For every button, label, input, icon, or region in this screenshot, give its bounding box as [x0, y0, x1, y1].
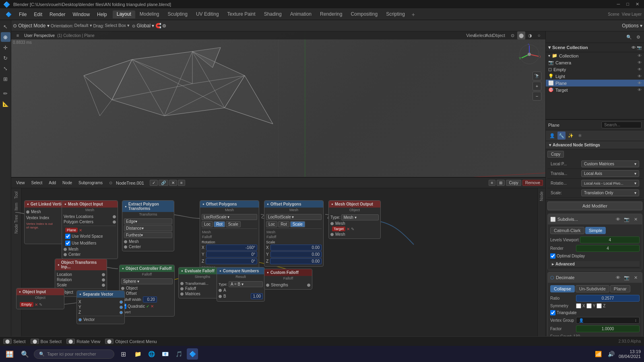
advanced-copy-btn[interactable]: Copy: [547, 151, 564, 158]
tool-measure[interactable]: 📐: [1, 99, 10, 109]
collection-item-light[interactable]: 💡 Light 👁: [546, 73, 644, 80]
ne-node-tree-label[interactable]: Node Tree: [14, 213, 19, 235]
decimate-render-btn[interactable]: 📷: [623, 274, 631, 282]
node-separate-vector[interactable]: ● Separate Vector X Y Z Vector: [76, 290, 125, 324]
custom-matrices-dropdown[interactable]: Custom Matrices ▾: [581, 160, 639, 167]
ne-menu-select[interactable]: Select: [29, 180, 45, 186]
ne-snap-btn[interactable]: ≡: [489, 180, 496, 186]
workspace-tab-sculpting[interactable]: Sculpting: [164, 10, 192, 19]
tool-scale[interactable]: ⤡: [1, 64, 10, 73]
tool-rotate[interactable]: ↻: [1, 53, 10, 63]
viewport-select-menu[interactable]: Select: [476, 31, 484, 39]
output-type-dropdown[interactable]: Mesh ▾: [341, 214, 379, 220]
node-canvas[interactable]: Tool Item Node Tree Node: [11, 188, 545, 346]
quadratic-remove[interactable]: ✕: [151, 304, 154, 309]
copy-button[interactable]: Copy: [506, 180, 521, 186]
workspace-tab-shading[interactable]: Shading: [260, 10, 286, 19]
menu-edit[interactable]: Edit: [31, 11, 45, 18]
collection-item-empty[interactable]: ◻ Empty 👁: [546, 66, 644, 73]
workspace-tab-animation[interactable]: Animation: [286, 10, 316, 19]
decimate-visibility-btn[interactable]: 👁: [614, 274, 622, 282]
zoom-in-button[interactable]: 🔭: [533, 72, 541, 80]
empty-eye[interactable]: 👁: [638, 67, 642, 72]
subdiv-visibility-btn[interactable]: 👁: [614, 215, 622, 223]
node-mesh-object-input[interactable]: ● Mesh Object Input Mesh Vertex Location…: [62, 200, 118, 259]
offset1-y-field[interactable]: 0°: [206, 251, 257, 257]
camera-render-icon[interactable]: 📷: [637, 45, 642, 50]
tool-cursor[interactable]: ⊕: [1, 32, 10, 42]
add-workspace-button[interactable]: +: [409, 10, 417, 19]
scene-collection-filter[interactable]: 🔍: [625, 33, 633, 41]
ne-right-node-label[interactable]: Node: [539, 190, 544, 203]
ne-link-btn[interactable]: 🔗: [159, 180, 168, 186]
mod-icon-modifier[interactable]: 🔧: [557, 132, 566, 140]
taskbar-icon-mail[interactable]: 📧: [159, 348, 171, 360]
node-object-input[interactable]: ● Object Input Object Empty ✕ ✎: [16, 288, 64, 309]
use-modifiers-checkbox[interactable]: [65, 241, 70, 246]
menu-file[interactable]: File: [16, 11, 30, 18]
mod-icon-object[interactable]: 👤: [548, 132, 556, 140]
workspace-tab-modeling[interactable]: Modeling: [136, 10, 163, 19]
node-offset-polygons-1[interactable]: ● Offset Polygons Mesh LocRotScale ▾ Loc: [200, 200, 259, 272]
falloff-sphere-dropdown[interactable]: Sphere ▾: [121, 278, 173, 284]
taskbar-icon-music[interactable]: 🎵: [173, 348, 184, 360]
tool-select[interactable]: ↖: [1, 22, 10, 31]
viewport-shading-solid[interactable]: ⬤: [517, 31, 525, 39]
offset1-loc-btn[interactable]: Loc: [202, 221, 213, 227]
offset1-z-field[interactable]: 0°: [206, 258, 257, 264]
add-modifier-button[interactable]: Add Modifier: [547, 202, 642, 210]
offset2-z-field[interactable]: 0.00: [270, 258, 322, 264]
orientation-dropdown[interactable]: Default ▾: [74, 23, 92, 28]
menu-window[interactable]: Window: [69, 11, 93, 18]
taskbar-icon-blender[interactable]: 🔷: [187, 348, 198, 360]
advanced-section[interactable]: ▸ Advanced: [550, 261, 640, 267]
ne-menu-btn[interactable]: ≡: [178, 180, 185, 186]
tool-move[interactable]: ✛: [1, 43, 10, 52]
menu-render[interactable]: Render: [46, 11, 68, 18]
node-extract-polygon-transforms[interactable]: ● Extract Polygon Transforms Transforms …: [122, 200, 174, 251]
extract-distance-dropdown[interactable]: Distance▾: [124, 225, 172, 231]
plane-remove-btn[interactable]: ✕: [79, 228, 82, 232]
drag-dropdown[interactable]: Select Box ▾: [105, 23, 130, 28]
offset1-scale-btn[interactable]: Scale: [226, 221, 241, 227]
subdiv-close-btn[interactable]: ✕: [632, 215, 640, 223]
planar-btn[interactable]: Planar: [610, 285, 630, 292]
advanced-node-settings-section[interactable]: ▾ Advanced Node Settings: [546, 141, 644, 149]
compare-b-field[interactable]: 1.00: [251, 293, 263, 299]
3d-viewport[interactable]: ≡ User Perspective (1) Collection | Plan…: [11, 31, 545, 346]
subdiv-render-btn[interactable]: 📷: [623, 215, 631, 223]
target-edit-btn[interactable]: ✎: [351, 227, 354, 231]
proportional-toggle[interactable]: ⊚: [162, 23, 166, 29]
collection-item-target[interactable]: 🎯 Target 👁: [546, 86, 644, 93]
menu-help[interactable]: Help: [94, 11, 110, 18]
translation-only-dropdown[interactable]: Translation Only ▾: [581, 189, 639, 196]
target-remove-btn[interactable]: ✕: [347, 227, 350, 231]
extract-type-dropdown[interactable]: Edge▾: [124, 218, 172, 224]
node-compare-numbers[interactable]: ● Compare Numbers Result Type: A = B ▾: [217, 267, 265, 302]
pivot-dropdown[interactable]: ⊙ Global ▾: [132, 23, 154, 29]
collection-item-collection[interactable]: ▾ 📁 Collection 👁: [546, 52, 644, 59]
vertex-group-field[interactable]: 👤 ↕: [576, 317, 640, 324]
offset2-scale-btn[interactable]: Scale: [290, 221, 305, 227]
quadratic-edit[interactable]: ✓: [146, 304, 149, 309]
levels-viewport-field[interactable]: 4: [580, 237, 640, 243]
menu-blender[interactable]: 🔷: [2, 11, 15, 18]
extract-furthest-dropdown[interactable]: Furthest▾: [124, 232, 172, 238]
plane-eye[interactable]: 👁: [638, 81, 642, 85]
offset2-mode-dropdown[interactable]: LocRotScale ▾: [266, 214, 322, 220]
collection-item-plane[interactable]: ⬜ Plane 👁: [546, 80, 644, 86]
vertex-group-arrow[interactable]: ↕: [635, 318, 637, 323]
offset1-mode-dropdown[interactable]: LocRotScale ▾: [202, 214, 257, 220]
offset1-rot-btn[interactable]: Rot: [214, 221, 225, 227]
viewport-object-menu[interactable]: Object: [495, 31, 503, 39]
offset2-loc-btn[interactable]: Loc: [266, 221, 277, 227]
camera-eye[interactable]: 👁: [638, 60, 642, 65]
ne-pin-btn[interactable]: ✓: [150, 180, 158, 186]
optimal-display-checkbox[interactable]: [550, 253, 555, 259]
falloff-width-field[interactable]: 0.20: [143, 296, 157, 302]
ratio-field[interactable]: 0.2577: [576, 295, 640, 302]
zoom-out-button[interactable]: −: [533, 92, 541, 101]
node-custom-falloff[interactable]: ● Custom Falloff Falloff Strengths: [264, 269, 312, 290]
empty-remove-btn[interactable]: ✕: [35, 302, 38, 307]
ne-menu-subprograms[interactable]: Subprograms: [76, 180, 105, 186]
